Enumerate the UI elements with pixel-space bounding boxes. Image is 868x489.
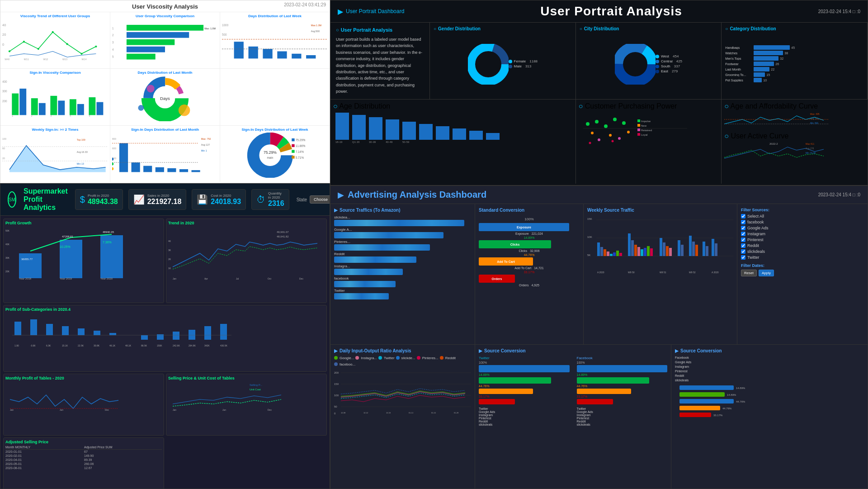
q3-charts: Profit Growth 36055.77 47208.81 48940.35… (0, 216, 330, 489)
filter-slickdeals: slickdeals (741, 249, 864, 254)
twitter-funnel-bar-1 (479, 365, 570, 372)
svg-point-90 (112, 162, 113, 165)
svg-text:Min 13: Min 13 (77, 162, 84, 165)
svg-rect-190 (78, 328, 85, 335)
svg-text:Min 399: Min 399 (810, 122, 818, 124)
svg-text:Max:1.0M: Max:1.0M (311, 24, 321, 27)
svg-text:100: 100 (2, 138, 6, 140)
svg-text:W13: W13 (62, 58, 67, 61)
svg-text:48,941.82: 48,941.82 (277, 235, 289, 238)
svg-point-109 (477, 53, 500, 76)
arrow-icon: ▶ (334, 208, 338, 213)
svg-text:200: 200 (2, 100, 7, 103)
svg-rect-81 (132, 162, 140, 172)
q1-chart-1: Viscosity Trend of Different User Groups… (0, 12, 110, 68)
filter-checkbox-rd[interactable] (741, 243, 745, 248)
affordability-panel: ○ Age and Affordability Curve Max: 495 A… (724, 102, 865, 130)
advertising-dashboard-panel: ▶ Advertising Analysis Dashboard 2023-02… (330, 185, 868, 489)
source-conversion-title: ▶ Source Conversion (479, 348, 667, 353)
svg-rect-42 (19, 89, 26, 115)
svg-text:18-19: 18-19 (335, 141, 343, 143)
q1-chart-3-svg: 1000 500 Max:1.0M Avg:500 (222, 19, 328, 64)
q1-chart-8-title: Sign-In Days Distribution of Last Week (222, 128, 328, 132)
svg-text:Dec: Dec (105, 408, 109, 411)
svg-text:342K: 342K (204, 344, 210, 347)
svg-point-96 (260, 146, 280, 165)
filter-checkbox-pn[interactable] (741, 237, 745, 242)
metric-qty: ⏱ Quantity in 2020 2316 (251, 189, 289, 210)
svg-rect-241 (637, 247, 640, 256)
svg-rect-188 (46, 324, 53, 335)
svg-text:Year 2020: Year 2020 (100, 277, 113, 280)
legend-pinterest-d: Pinteres... (417, 356, 439, 360)
svg-point-132 (595, 120, 599, 123)
svg-text:7.14%: 7.14% (296, 150, 304, 153)
svg-text:Year 2019: Year 2019 (60, 277, 72, 280)
svg-text:A 2020: A 2020 (712, 271, 719, 274)
profit-growth-svg: 36055.77 47208.81 48940.35 Year 2018 Yea… (5, 226, 162, 280)
filter-label-pn: Pinterest (747, 237, 764, 242)
q1-chart-3: Days Distribution of Last Week 1000 500 … (220, 12, 330, 68)
svg-text:Max 411: Max 411 (806, 142, 814, 145)
svg-text:W9 50: W9 50 (628, 271, 635, 274)
twitter-label: Twitter (479, 356, 570, 360)
filter-dates-section: Filter Dates: Reset Apply (741, 263, 864, 276)
svg-point-5 (38, 48, 39, 50)
svg-text:5K: 5K (587, 254, 590, 256)
svg-rect-232 (604, 249, 606, 256)
state-select[interactable]: Choose (310, 195, 330, 204)
svg-text:Top 100: Top 100 (77, 138, 85, 141)
svg-text:12-08: 12-08 (341, 412, 346, 414)
svg-text:Impulse: Impulse (641, 120, 651, 123)
q4-title: Advertising Analysis Dashboard (348, 190, 486, 200)
svg-text:100: 100 (334, 394, 339, 397)
q4-title-wrapper: ▶ Advertising Analysis Dashboard (338, 190, 486, 200)
source-conversion-funnels: Twitter 100% 14.89% 44.76% 33.17% Twitte… (479, 356, 667, 426)
filter-sources-title: Filter Sources: (741, 208, 864, 212)
trend-2020-svg: 49,901.07 48,941.82 4K 3K 2K 1K Jan Apr … (168, 226, 325, 280)
q2-main-title: User Portrait Analysis (540, 4, 682, 19)
reset-button[interactable]: Reset (741, 270, 757, 276)
svg-rect-242 (641, 249, 643, 256)
gender-male: Male 313 (509, 64, 538, 68)
metric-qty-info: Quantity in 2020 2316 (268, 191, 284, 208)
purchasing-power-panel: ○ Customer Purchasing Power (576, 100, 722, 184)
filter-checkbox-ga[interactable] (741, 226, 745, 230)
metric-profit: $ Profit in 2020 48943.38 (75, 189, 123, 210)
twitter-pct2: 14.89% (479, 373, 570, 376)
q1-chart-6-svg: 100 60 20 Top 100 Avg 16.33 Min 13 (2, 133, 108, 178)
svg-text:W11: W11 (24, 58, 29, 61)
city-east: East 279 (656, 69, 682, 73)
arrow-icon-3: ▶ (479, 348, 482, 353)
filter-label-all: Select All (747, 214, 764, 218)
trend-icon: 📈 (133, 194, 145, 205)
cart-info: Add To Cart 14,721 (514, 266, 543, 270)
affordability-title: ○ Age and Affordability Curve (724, 102, 865, 110)
category-distribution-panel: ○ Category Distribution Handbags 45 Watc… (722, 23, 868, 100)
svg-text:10.25%: 10.25% (60, 245, 71, 248)
svg-rect-33 (277, 51, 287, 58)
filter-checkbox-ig[interactable] (741, 232, 745, 236)
svg-rect-35 (306, 55, 316, 58)
svg-rect-257 (712, 239, 714, 256)
circle-icon: ○ (336, 27, 339, 33)
filter-checkbox-sd[interactable] (741, 249, 745, 254)
traffic-google: Google A... (334, 228, 471, 238)
svg-rect-147 (637, 128, 640, 131)
apply-button[interactable]: Apply (759, 270, 774, 276)
svg-rect-121 (436, 126, 449, 140)
svg-text:W40: W40 (5, 58, 9, 61)
svg-text:7.36%: 7.36% (103, 241, 112, 244)
sc2-slickdeals: slickdeals (675, 379, 864, 382)
filter-checkbox-tw[interactable] (741, 255, 745, 260)
metric-cost: 💾 Cost in 2020 24018.93 (192, 189, 246, 210)
metric-sales: 📈 Sales in 2020 221927.18 (128, 189, 187, 210)
svg-text:20: 20 (2, 33, 6, 37)
arrow-icon-4: ▶ (675, 348, 679, 353)
filter-checkbox-all[interactable] (741, 214, 745, 218)
svg-rect-196 (173, 332, 179, 340)
svg-text:Dec: Dec (299, 277, 303, 280)
q1-chart-5-svg: Days (112, 76, 218, 121)
weekly-traffic-svg: 15K 10K 5K (587, 215, 733, 274)
filter-checkbox-fb[interactable] (741, 220, 745, 224)
